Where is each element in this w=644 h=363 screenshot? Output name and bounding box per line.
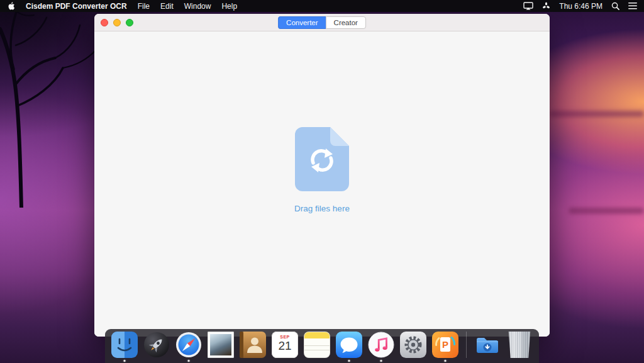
cisdem-pdf-converter-icon: P xyxy=(432,332,458,358)
dock-item-cisdem-pdf-converter-ocr[interactable]: P xyxy=(432,332,458,358)
system-preferences-icon xyxy=(400,332,426,358)
screen: Cisdem PDF Converter OCR File Edit Windo… xyxy=(0,0,644,363)
menu-edit[interactable]: Edit xyxy=(160,2,174,11)
minimize-button[interactable] xyxy=(113,19,121,26)
dock-item-messages[interactable] xyxy=(336,332,362,358)
dock-item-trash[interactable] xyxy=(506,332,533,358)
launchpad-icon xyxy=(143,332,170,358)
cloud-streak xyxy=(550,111,644,117)
file-sync-icon xyxy=(295,127,349,191)
dock-item-downloads-folder[interactable] xyxy=(474,332,501,358)
downloads-folder-icon xyxy=(474,332,501,358)
dock-item-notes[interactable] xyxy=(304,332,330,358)
mode-segmented-control: Converter Creator xyxy=(278,16,366,29)
mail-icon xyxy=(208,332,234,358)
itunes-icon xyxy=(368,332,394,358)
menu-help[interactable]: Help xyxy=(221,2,237,11)
traffic-lights xyxy=(101,19,133,26)
zoom-button[interactable] xyxy=(126,19,133,26)
trash-icon xyxy=(506,332,533,358)
display-icon[interactable] xyxy=(523,2,533,10)
calendar-month-label: SEP xyxy=(280,335,290,339)
window-titlebar[interactable]: Converter Creator xyxy=(94,14,550,31)
running-indicator xyxy=(348,360,350,362)
menu-app-name[interactable]: Cisdem PDF Converter OCR xyxy=(26,2,127,11)
app-window: Converter Creator Drag files here xyxy=(94,14,550,337)
mail-stamp-picture xyxy=(210,334,231,355)
close-button[interactable] xyxy=(101,19,108,26)
apple-menu-icon[interactable] xyxy=(7,1,15,11)
drop-zone[interactable]: Drag files here xyxy=(294,127,350,213)
menu-clock[interactable]: Thu 6:46 PM xyxy=(559,2,602,11)
dock-item-contacts[interactable] xyxy=(240,332,266,358)
menu-window[interactable]: Window xyxy=(184,2,211,11)
window-content: Drag files here xyxy=(94,31,550,337)
menu-list-icon[interactable] xyxy=(628,3,637,9)
finder-icon xyxy=(111,332,138,358)
dock-item-calendar[interactable]: SEP 21 xyxy=(272,332,298,358)
menu-file[interactable]: File xyxy=(138,2,150,11)
running-indicator xyxy=(188,360,190,362)
dock-item-finder[interactable] xyxy=(111,332,138,358)
calendar-day-label: 21 xyxy=(278,339,291,353)
safari-icon xyxy=(175,332,202,358)
cloud-streak xyxy=(569,208,644,214)
dock-item-safari[interactable] xyxy=(175,332,202,358)
svg-text:P: P xyxy=(442,339,448,350)
dock-item-launchpad[interactable] xyxy=(143,332,170,358)
menu-bar: Cisdem PDF Converter OCR File Edit Windo… xyxy=(0,0,644,12)
dock: SEP 21 xyxy=(105,329,539,363)
running-indicator xyxy=(380,360,382,362)
notes-icon xyxy=(304,332,330,358)
drop-zone-label: Drag files here xyxy=(294,204,350,213)
running-indicator xyxy=(124,360,126,362)
messages-icon xyxy=(336,332,362,358)
tab-converter[interactable]: Converter xyxy=(278,16,326,29)
dock-item-itunes[interactable] xyxy=(368,332,394,358)
fan-icon[interactable] xyxy=(542,2,550,10)
dock-item-mail[interactable] xyxy=(208,332,234,358)
tree-silhouette xyxy=(0,6,107,208)
tab-creator[interactable]: Creator xyxy=(326,16,366,29)
search-icon[interactable] xyxy=(611,2,619,10)
dock-item-system-preferences[interactable] xyxy=(400,332,426,358)
dock-separator xyxy=(466,332,467,358)
contacts-icon xyxy=(240,332,266,358)
running-indicator xyxy=(445,360,447,362)
calendar-icon: SEP 21 xyxy=(272,332,298,358)
